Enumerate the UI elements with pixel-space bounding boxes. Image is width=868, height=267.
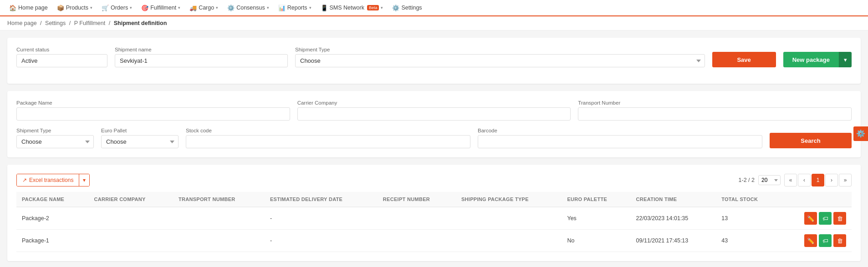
- cell-creation-time: 22/03/2023 14:01:35: [631, 207, 716, 230]
- nav-label-fulfillment: Fulfillment: [150, 5, 176, 11]
- nav-label-orders: Orders: [111, 5, 128, 11]
- filter-shipment-type-select[interactable]: Choose: [16, 135, 94, 148]
- nav-label-reports: Reports: [287, 5, 307, 11]
- barcode-group: Barcode: [478, 128, 762, 148]
- cell-transport-number: [173, 230, 265, 252]
- cell-creation-time: 09/11/2021 17:45:13: [631, 230, 716, 252]
- excel-button-group: ↗ Excel transactions ▾: [16, 174, 90, 186]
- pag-page-1-button[interactable]: 1: [812, 174, 824, 186]
- cell-package-name: Package-2: [16, 207, 89, 230]
- col-estimated-delivery: ESTIMATED DELIVERY DATE: [265, 192, 378, 207]
- transport-number-input[interactable]: [578, 107, 852, 121]
- nav-item-cargo[interactable]: 🚚 Cargo ▾: [186, 3, 222, 13]
- stock-code-label: Stock code: [186, 128, 470, 133]
- top-nav: 🏠 Home page 📦 Products ▾ 🛒 Orders ▾ 🎯 Fu…: [0, 0, 868, 16]
- tag-button[interactable]: 🏷: [819, 234, 832, 247]
- nav-item-orders[interactable]: 🛒 Orders ▾: [98, 3, 136, 13]
- shipment-form-card: Current status Shipment name Shipment Ty…: [7, 38, 861, 84]
- carrier-company-label: Carrier Company: [297, 100, 571, 106]
- cell-total-stock: 13: [716, 207, 780, 230]
- main-content: Current status Shipment name Shipment Ty…: [0, 30, 868, 267]
- pag-prev-button[interactable]: ‹: [798, 174, 811, 186]
- chevron-products-icon: ▾: [90, 5, 92, 10]
- current-status-group: Current status: [16, 47, 107, 67]
- new-package-button-group: New package ▾: [783, 52, 852, 67]
- current-status-input[interactable]: [16, 54, 107, 67]
- stock-code-group: Stock code: [186, 128, 470, 148]
- cell-receipt-number: [378, 207, 456, 230]
- chevron-consensus-icon: ▾: [267, 5, 269, 10]
- sms-icon: 📱: [321, 5, 328, 11]
- pag-last-button[interactable]: »: [839, 174, 852, 186]
- shipment-type-label: Shipment Type: [295, 47, 705, 52]
- breadcrumb-home[interactable]: Home page: [7, 20, 37, 26]
- current-status-label: Current status: [16, 47, 107, 52]
- nav-item-home[interactable]: 🏠 Home page: [5, 3, 51, 13]
- page-size-select[interactable]: 20 10 50 100: [758, 175, 781, 185]
- cell-euro-palette: No: [562, 230, 630, 252]
- breadcrumb-pfulfillment[interactable]: P Fulfillment: [74, 20, 106, 26]
- delete-button[interactable]: 🗑: [833, 212, 846, 225]
- cell-actions: ✏️ 🏷 🗑: [780, 230, 852, 252]
- pagination-info: 1-2 / 2 20 10 50 100 « ‹ 1 › »: [739, 174, 852, 186]
- nav-label-cargo: Cargo: [199, 5, 214, 11]
- nav-item-reports[interactable]: 📊 Reports ▾: [275, 3, 315, 13]
- nav-item-sms-network[interactable]: 📱 SMS Network Beta ▾: [317, 3, 387, 13]
- cell-estimated-delivery: -: [265, 207, 378, 230]
- settings-nav-icon: ⚙️: [392, 5, 399, 11]
- nav-item-consensus[interactable]: ⚙️ Consensus ▾: [224, 3, 273, 13]
- edit-button[interactable]: ✏️: [804, 234, 817, 247]
- col-receipt-number: RECEIPT NUMBER: [378, 192, 456, 207]
- col-euro-palette: EURO PALETTE: [562, 192, 630, 207]
- save-button[interactable]: Save: [712, 52, 776, 67]
- stock-code-input[interactable]: [186, 135, 470, 148]
- cell-package-name: Package-1: [16, 230, 89, 252]
- excel-icon: ↗: [22, 177, 27, 183]
- nav-label-home: Home page: [18, 5, 48, 11]
- filter-shipment-type-group: Shipment Type Choose: [16, 128, 94, 148]
- shipment-type-select[interactable]: Choose: [295, 54, 705, 67]
- shipment-name-input[interactable]: [115, 54, 288, 67]
- chevron-cargo-icon: ▾: [216, 5, 218, 10]
- nav-item-settings[interactable]: ⚙️ Settings: [388, 3, 425, 13]
- nav-label-consensus: Consensus: [236, 5, 265, 11]
- tag-button[interactable]: 🏷: [819, 212, 832, 225]
- excel-transactions-button[interactable]: ↗ Excel transactions: [17, 174, 79, 186]
- breadcrumb-settings[interactable]: Settings: [45, 20, 66, 26]
- new-package-dropdown-button[interactable]: ▾: [839, 52, 852, 67]
- cell-shipping-package-type: [456, 207, 562, 230]
- cell-shipping-package-type: [456, 230, 562, 252]
- filter-card: Package Name Carrier Company Transport N…: [7, 91, 861, 157]
- nav-item-fulfillment[interactable]: 🎯 Fulfillment ▾: [138, 3, 184, 13]
- barcode-input[interactable]: [478, 135, 762, 148]
- toolbar-row: ↗ Excel transactions ▾ 1-2 / 2 20 10 50 …: [16, 174, 852, 186]
- new-package-button[interactable]: New package: [783, 52, 839, 67]
- carrier-company-input[interactable]: [297, 107, 571, 121]
- col-transport-number: TRANSPORT NUMBER: [173, 192, 265, 207]
- cell-actions: ✏️ 🏷 🗑: [780, 207, 852, 230]
- orders-icon: 🛒: [102, 5, 109, 11]
- settings-fab[interactable]: ⚙️: [853, 126, 868, 141]
- nav-item-products[interactable]: 📦 Products ▾: [53, 3, 96, 13]
- edit-button[interactable]: ✏️: [804, 212, 817, 225]
- euro-pallet-select[interactable]: Choose: [101, 135, 179, 148]
- breadcrumb: Home page / Settings / P Fulfillment / S…: [0, 16, 868, 30]
- search-button[interactable]: Search: [770, 133, 852, 148]
- pagination-buttons: « ‹ 1 › »: [784, 174, 852, 186]
- delete-button[interactable]: 🗑: [833, 234, 846, 247]
- pkg-name-input[interactable]: [16, 107, 290, 121]
- cell-carrier-company: [89, 230, 173, 252]
- col-actions: [780, 192, 852, 207]
- euro-pallet-label: Euro Pallet: [101, 128, 179, 133]
- filter-row-1: Package Name Carrier Company Transport N…: [16, 100, 852, 121]
- cell-total-stock: 43: [716, 230, 780, 252]
- cell-carrier-company: [89, 207, 173, 230]
- excel-dropdown-button[interactable]: ▾: [79, 174, 89, 186]
- cell-receipt-number: [378, 230, 456, 252]
- pag-next-button[interactable]: ›: [825, 174, 838, 186]
- pkg-name-group: Package Name: [16, 100, 290, 121]
- reports-icon: 📊: [278, 5, 286, 11]
- pag-first-button[interactable]: «: [784, 174, 797, 186]
- barcode-label: Barcode: [478, 128, 762, 133]
- chevron-reports-icon: ▾: [309, 5, 311, 10]
